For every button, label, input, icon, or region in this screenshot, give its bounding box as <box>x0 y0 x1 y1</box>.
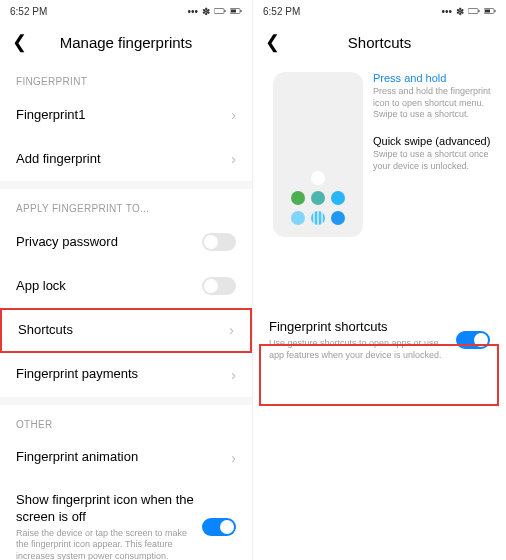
section-fingerprint: FINGERPRINT <box>0 62 252 93</box>
row-fingerprint-animation[interactable]: Fingerprint animation › <box>0 436 252 480</box>
row-sub: Raise the device or tap the screen to ma… <box>16 528 202 560</box>
hint-quick-swipe-sub: Swipe to use a shortcut once your device… <box>373 149 494 172</box>
chevron-icon: › <box>231 450 236 466</box>
dot-teal-icon <box>311 191 325 205</box>
row-label: Shortcuts <box>18 322 229 339</box>
preview-text: Press and hold Press and hold the finger… <box>373 62 506 172</box>
row-show-icon-screen-off[interactable]: Show fingerprint icon when the screen is… <box>0 480 252 560</box>
status-bar: 6:52 PM ••• ✽ <box>253 0 506 22</box>
more-icon: ••• <box>441 6 452 17</box>
header: ❮ Manage fingerprints <box>0 22 252 62</box>
section-apply: APPLY FINGERPRINT TO... <box>0 189 252 220</box>
hint-quick-swipe-title: Quick swipe (advanced) <box>373 135 494 147</box>
row-fingerprint-shortcuts[interactable]: Fingerprint shortcuts Use gesture shortc… <box>253 307 506 373</box>
battery-icon <box>468 5 480 17</box>
back-icon[interactable]: ❮ <box>12 31 27 53</box>
dot-blue-icon <box>331 211 345 225</box>
svg-rect-4 <box>231 10 236 13</box>
row-app-lock[interactable]: App lock <box>0 264 252 308</box>
svg-rect-5 <box>468 9 478 14</box>
svg-rect-3 <box>241 10 242 12</box>
status-icons: ••• ✽ <box>187 5 242 17</box>
row-label: Privacy password <box>16 234 202 251</box>
row-sub: Use gesture shortcuts to open apps or us… <box>269 338 456 361</box>
back-icon[interactable]: ❮ <box>265 31 280 53</box>
toggle-show-icon[interactable] <box>202 518 236 536</box>
dot-cyan-icon <box>331 191 345 205</box>
chevron-icon: › <box>229 322 234 338</box>
row-fingerprint1[interactable]: Fingerprint1 › <box>0 93 252 137</box>
header: ❮ Shortcuts <box>253 22 506 62</box>
hint-press-hold-title: Press and hold <box>373 72 494 84</box>
status-icons: ••• ✽ <box>441 5 496 17</box>
chevron-icon: › <box>231 367 236 383</box>
battery-icon <box>214 5 226 17</box>
preview-area: Press and hold Press and hold the finger… <box>253 62 506 247</box>
chevron-icon: › <box>231 151 236 167</box>
svg-rect-6 <box>479 10 480 12</box>
row-privacy-password[interactable]: Privacy password <box>0 220 252 264</box>
section-other: OTHER <box>0 405 252 436</box>
left-pane: 6:52 PM ••• ✽ ❮ Manage fingerprints FING… <box>0 0 253 560</box>
row-add-fingerprint[interactable]: Add fingerprint › <box>0 137 252 181</box>
svg-rect-9 <box>485 10 490 13</box>
more-icon: ••• <box>187 6 198 17</box>
bluetooth-icon: ✽ <box>456 6 464 17</box>
phone-preview <box>273 72 363 237</box>
battery-icon-2 <box>230 5 242 17</box>
row-label: Fingerprint1 <box>16 107 231 124</box>
svg-rect-0 <box>214 9 224 14</box>
spacer <box>253 247 506 307</box>
right-pane: 6:52 PM ••• ✽ ❮ Shortcuts Press and hold <box>253 0 506 560</box>
row-label: Fingerprint animation <box>16 449 231 466</box>
status-bar: 6:52 PM ••• ✽ <box>0 0 252 22</box>
hint-press-hold-sub: Press and hold the fingerprint icon to o… <box>373 86 494 121</box>
page-title: Manage fingerprints <box>0 34 252 51</box>
page-title: Shortcuts <box>253 34 506 51</box>
dots <box>273 171 363 225</box>
row-fingerprint-payments[interactable]: Fingerprint payments › <box>0 353 252 397</box>
status-time: 6:52 PM <box>10 6 47 17</box>
divider <box>0 181 252 189</box>
row-label: Fingerprint shortcuts <box>269 319 456 336</box>
toggle-app-lock[interactable] <box>202 277 236 295</box>
battery-icon-2 <box>484 5 496 17</box>
row-shortcuts[interactable]: Shortcuts › <box>0 308 252 353</box>
dot-striped-icon <box>311 211 325 225</box>
row-label: Show fingerprint icon when the screen is… <box>16 492 202 526</box>
row-label: Fingerprint payments <box>16 366 231 383</box>
row-label: App lock <box>16 278 202 295</box>
dot-white-icon <box>311 171 325 185</box>
svg-rect-1 <box>225 10 226 12</box>
dot-green-icon <box>291 191 305 205</box>
toggle-privacy-password[interactable] <box>202 233 236 251</box>
status-time: 6:52 PM <box>263 6 300 17</box>
bluetooth-icon: ✽ <box>202 6 210 17</box>
svg-rect-8 <box>495 10 496 12</box>
divider <box>0 397 252 405</box>
row-label: Add fingerprint <box>16 151 231 168</box>
toggle-fingerprint-shortcuts[interactable] <box>456 331 490 349</box>
chevron-icon: › <box>231 107 236 123</box>
dot-lightblue-icon <box>291 211 305 225</box>
